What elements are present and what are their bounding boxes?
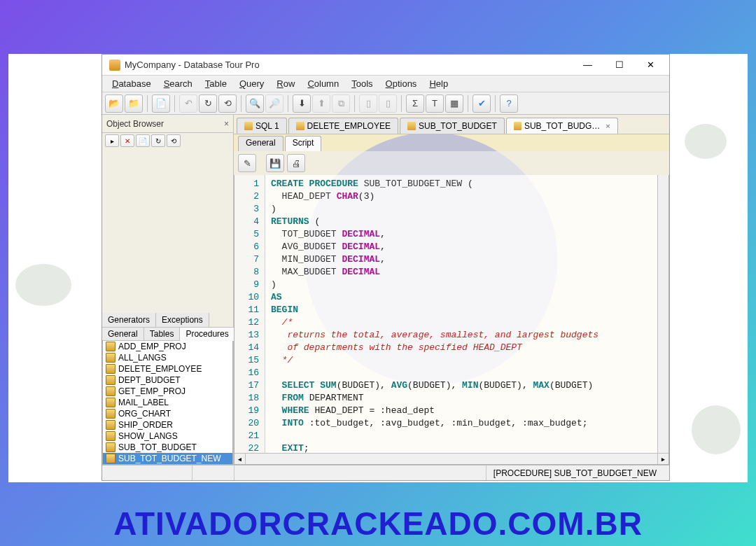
procedure-item[interactable]: DEPT_BUDGET [103,374,232,386]
procedure-item[interactable]: DELETE_EMPLOYEE [103,363,232,374]
doc-tab[interactable]: SQL 1 [237,118,287,134]
procedure-label: ADD_EMP_PROJ [118,342,186,351]
menu-help[interactable]: Help [424,77,454,90]
procedure-icon [106,353,115,363]
procedure-item[interactable]: SHIP_ORDER [103,419,232,430]
procedure-icon [106,409,115,419]
document-button[interactable]: 📄 [152,94,170,113]
ob-btn2[interactable]: ✕ [120,134,134,147]
doc-tab-label: SUB_TOT_BUDG… [524,121,600,131]
menubar: DatabaseSearchTableQueryRowColumnToolsOp… [102,76,669,92]
procedure-icon [106,442,115,452]
procedure-icon [106,420,115,430]
procedure-item[interactable]: SHOW_LANGS [103,430,232,442]
save-button[interactable]: 💾 [266,154,284,172]
redo-button[interactable]: ↻ [199,94,217,113]
text-button[interactable]: T [426,94,444,113]
procedure-label: SUB_TOT_BUDGET_NEW [118,454,220,463]
procedure-label: DELETE_EMPLOYEE [118,364,202,374]
titlebar: MyCompany - Database Tour Pro — ☐ ✕ [102,55,669,76]
find-next-button[interactable]: 🔎 [265,94,284,113]
refresh-button[interactable]: ⟲ [218,94,237,113]
file-icon [244,122,253,130]
procedure-label: GET_EMP_PROJ [118,386,186,396]
doc-tab[interactable]: DELETE_EMPLOYEE [288,118,398,134]
inner-tabs: GeneralScript [234,134,669,151]
menu-row[interactable]: Row [271,77,300,90]
app-window: MyCompany - Database Tour Pro — ☐ ✕ Data… [102,54,670,481]
file-icon [296,122,304,130]
document-tabs: SQL 1DELETE_EMPLOYEESUB_TOT_BUDGETSUB_TO… [234,115,669,134]
ob-btn3[interactable]: 📄 [136,134,150,147]
inner-tab-script[interactable]: Script [285,136,322,151]
object-browser-toolbar: ▸ ✕ 📄 ↻ ⟲ [102,133,233,150]
sum-button[interactable]: Σ [406,94,424,113]
menu-query[interactable]: Query [234,77,270,90]
file-icon [407,122,416,130]
find-button[interactable]: 🔍 [246,94,264,113]
print-button[interactable]: 🖨 [287,154,305,172]
doc-tab[interactable]: SUB_TOT_BUDGET [400,118,505,134]
open-alt-button[interactable]: 📁 [125,94,143,113]
inner-tab-general[interactable]: General [238,136,284,151]
procedure-label: SHIP_ORDER [118,420,173,430]
procedures-list: ADD_EMP_PROJALL_LANGSDELETE_EMPLOYEEDEPT… [102,341,233,465]
undo-button[interactable]: ↶ [179,94,197,113]
procedure-item[interactable]: MAIL_LABEL [103,397,232,408]
ob-btn4[interactable]: ↻ [151,134,165,147]
menu-options[interactable]: Options [380,77,423,90]
procedure-item[interactable]: ORG_CHART [103,408,232,419]
menu-database[interactable]: Database [106,77,157,90]
page2-button[interactable]: ▯ [379,94,397,113]
horizontal-scrollbar[interactable]: ◂ ▸ [234,453,668,464]
watermark-text: ATIVADORCRACKEADO.COM.BR [113,505,643,542]
export-button[interactable]: ⬆ [312,94,330,113]
cat-tab-exceptions[interactable]: Exceptions [156,313,209,327]
sub-tab-tables[interactable]: Tables [144,328,181,341]
close-button[interactable]: ✕ [635,55,666,75]
ob-btn1[interactable]: ▸ [105,134,119,147]
object-browser-title: Object Browser [106,119,164,129]
menu-tools[interactable]: Tools [346,77,378,90]
import-button[interactable]: ⬇ [293,94,311,113]
copy-button[interactable]: ⧉ [332,94,350,113]
procedure-icon [106,386,115,396]
edit-button[interactable]: ✎ [238,154,256,172]
code-editor[interactable]: 1 2 3 4 5 6 7 8 9 10 11 12 13 14 15 16 1… [234,175,669,465]
object-browser-category-tabs: GeneratorsExceptions [102,313,233,328]
procedure-item[interactable]: SUB_TOT_BUDGET_NEW [103,453,232,464]
doc-tab[interactable]: SUB_TOT_BUDG…× [506,118,618,134]
tab-close-icon[interactable]: × [606,122,610,130]
procedure-item[interactable]: SUB_TOT_BUDGET [103,442,232,453]
vertical-scrollbar[interactable] [657,175,668,453]
menu-column[interactable]: Column [302,77,344,90]
object-browser-header: Object Browser × [102,115,233,133]
sub-tab-procedures[interactable]: Procedures [180,328,234,341]
procedure-label: DEPT_BUDGET [118,375,181,385]
cat-tab-generators[interactable]: Generators [102,313,156,327]
open-button[interactable]: 📂 [105,94,123,113]
maximize-button[interactable]: ☐ [603,55,635,75]
menu-table[interactable]: Table [200,77,232,90]
help-button[interactable]: ? [500,94,518,113]
procedure-item[interactable]: ALL_LANGS [103,352,232,363]
procedure-icon [106,431,115,441]
object-browser-close[interactable]: × [224,119,229,129]
doc-tab-label: SQL 1 [255,121,279,131]
minimize-button[interactable]: — [572,55,603,75]
procedure-icon [106,364,115,374]
page-button[interactable]: ▯ [359,94,377,113]
doc-tab-label: SUB_TOT_BUDGET [419,121,497,131]
procedure-label: ORG_CHART [118,409,171,419]
procedure-label: ALL_LANGS [118,353,167,363]
sub-tab-general[interactable]: General [102,328,144,341]
ob-btn5[interactable]: ⟲ [167,134,181,147]
object-browser-panel: Object Browser × ▸ ✕ 📄 ↻ ⟲ GeneratorsExc… [102,115,234,465]
statusbar: [PROCEDURE] SUB_TOT_BUDGET_NEW [102,465,669,480]
procedure-label: MAIL_LABEL [118,398,169,407]
menu-search[interactable]: Search [158,77,198,90]
check-button[interactable]: ✔ [472,94,491,113]
procedure-item[interactable]: GET_EMP_PROJ [103,386,232,397]
procedure-item[interactable]: ADD_EMP_PROJ [103,341,232,352]
grid-button[interactable]: ▦ [445,94,463,113]
